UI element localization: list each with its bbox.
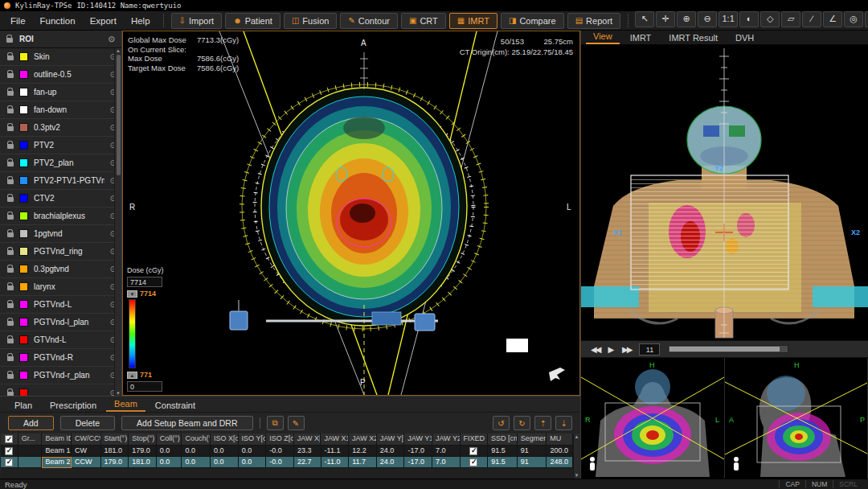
beam-eye-viewport[interactable]: Y2 X1 X2	[581, 45, 868, 340]
sagittal-dose-view[interactable]: H A P	[725, 358, 868, 479]
lock-icon[interactable]	[7, 215, 14, 220]
beam-cell[interactable]: 24.0	[377, 446, 405, 457]
beam-cell[interactable]: 0.0	[182, 457, 211, 468]
roi-header[interactable]: ROI ⊙	[0, 31, 121, 48]
beam-cell[interactable]: 91.5	[488, 446, 518, 457]
move-down-button[interactable]: ⇣	[555, 416, 572, 430]
dose-low-marker-icon[interactable]: ▲	[127, 372, 137, 379]
lock-icon[interactable]	[7, 286, 14, 290]
beam-cell[interactable]: 12.2	[349, 446, 377, 457]
roi-item[interactable]: PGTVnd-l_plan⊙	[0, 314, 121, 331]
cube-3d-tool[interactable]: ◇	[760, 11, 780, 27]
roi-item[interactable]: PGTVnd_ring⊙	[0, 243, 121, 261]
tab-constraint[interactable]: Constraint	[147, 399, 203, 412]
roi-item[interactable]: Skin⊙	[0, 48, 121, 66]
scroll-down-icon[interactable]: ▼	[575, 473, 579, 478]
step-back-button[interactable]: ◀◀	[591, 345, 600, 354]
beam-cell[interactable]	[18, 446, 43, 457]
beam-cell[interactable]: 0.0	[211, 457, 239, 468]
beam-cell[interactable]: -11.1	[321, 446, 350, 457]
axial-dose-viewport[interactable]: A R L P Global Max Dose 7713.3(cGy) On C…	[122, 31, 580, 396]
add-setup-beam-drr-button[interactable]: Add Setup Beam and DRR	[121, 416, 253, 430]
patient-module-button[interactable]: ☻Patient	[225, 13, 280, 29]
beam-cell[interactable]: 248.0	[547, 457, 573, 468]
ruler-tool[interactable]: ∕	[802, 11, 821, 27]
beam-cell[interactable]: 181.0	[129, 457, 157, 468]
tab-beam[interactable]: Beam	[106, 397, 145, 412]
scroll-up-icon[interactable]: ▲	[575, 434, 579, 439]
lock-icon[interactable]	[7, 55, 14, 60]
lock-icon[interactable]	[7, 126, 14, 131]
point-profile-tool[interactable]: ▱	[781, 11, 800, 27]
checkbox-icon[interactable]	[5, 447, 13, 455]
lock-icon[interactable]	[7, 144, 14, 149]
roi-item[interactable]: outline-0.5⊙	[0, 66, 121, 84]
tab-view[interactable]: View	[586, 30, 620, 44]
beam-table-row[interactable]: Beam 1CW181.0179.00.00.00.00.0-0.023.3-1…	[1, 446, 573, 457]
compare-module-button[interactable]: ◨Compare	[501, 13, 564, 29]
roi-item[interactable]: larynx⊙	[0, 278, 121, 296]
lock-icon[interactable]	[7, 197, 14, 202]
scroll-up-icon[interactable]: ▲	[116, 48, 121, 53]
roi-item[interactable]: brachialplexus⊙	[0, 208, 121, 225]
copy-beam-button[interactable]: ⧉	[267, 416, 284, 430]
select-all-checkbox[interactable]	[1, 434, 18, 446]
contour-module-button[interactable]: ✎Contour	[340, 13, 398, 29]
beam-cell[interactable]: 23.3	[294, 446, 321, 457]
roi-item[interactable]: PGTVnd-L⊙	[0, 296, 121, 314]
roi-item[interactable]: PGTVnd-r_plan⊙	[0, 367, 121, 384]
step-forward-button[interactable]: ▶▶	[622, 345, 631, 354]
beam-cell[interactable]: 181.0	[101, 446, 129, 457]
delete-beam-button[interactable]: Delete	[60, 416, 115, 430]
roi-item[interactable]: 1pgtvnd⊙	[0, 225, 121, 243]
beam-cell[interactable]: 0.0	[182, 446, 211, 457]
tab-imrt-result[interactable]: IMRT Result	[661, 31, 725, 44]
beam-cell[interactable]: -17.0	[404, 446, 432, 457]
lock-icon[interactable]	[7, 179, 14, 184]
lock-icon[interactable]	[7, 356, 14, 361]
beam-cell[interactable]: 0.0	[211, 446, 239, 457]
beam-cell[interactable]: Beam 2	[42, 457, 72, 468]
fixed-checkbox-icon[interactable]	[469, 458, 477, 466]
lock-icon[interactable]	[6, 38, 13, 43]
rotate-cw-button[interactable]: ↻	[514, 416, 530, 430]
beam-cell[interactable]: 91	[518, 446, 547, 457]
segment-progress-bar[interactable]	[668, 345, 788, 353]
roi-item[interactable]: ⊙	[0, 384, 121, 396]
one-to-one-tool[interactable]: 1:1	[719, 11, 738, 27]
zoom-in-tool[interactable]: ⊕	[677, 11, 696, 27]
pan-tool[interactable]: ✛	[656, 11, 675, 27]
lock-icon[interactable]	[7, 250, 14, 255]
dose-max-marker-icon[interactable]: ▼	[127, 290, 137, 298]
beam-cell[interactable]: 91	[518, 457, 547, 468]
roi-item[interactable]: PTV2⊙	[0, 137, 121, 154]
beam-cell[interactable]: 11.7	[349, 457, 377, 468]
roi-scrollbar[interactable]: ▲ ▼	[114, 48, 121, 396]
beam-cell[interactable]	[461, 446, 489, 457]
beam-cell[interactable]: 200.0	[547, 446, 573, 457]
dose-min-input[interactable]: 0	[127, 381, 162, 392]
gantry-tool[interactable]: ◎	[844, 11, 863, 27]
beam-cell[interactable]: Beam 1	[42, 446, 72, 457]
add-beam-button[interactable]: Add	[8, 416, 54, 430]
checkbox-icon[interactable]	[5, 435, 13, 443]
beam-cell[interactable]: CCW	[72, 457, 101, 468]
eye-icon[interactable]: ⊙	[108, 35, 115, 43]
roi-item[interactable]: fan-up⊙	[0, 84, 121, 101]
beam-cell[interactable]	[461, 457, 489, 468]
lock-icon[interactable]	[7, 162, 14, 166]
roi-item[interactable]: fan-down⊙	[0, 101, 121, 119]
coronal-dose-view[interactable]: H R L	[581, 358, 725, 479]
beam-cell[interactable]: 0.0	[239, 446, 267, 457]
beam-cell[interactable]: 179.0	[101, 457, 129, 468]
report-module-button[interactable]: ▤Report	[567, 13, 620, 29]
dose-colorbar[interactable]	[129, 299, 136, 368]
tab-plan[interactable]: Plan	[6, 399, 40, 412]
roi-item[interactable]: PGTVnd-R⊙	[0, 349, 121, 367]
menu-export[interactable]: Export	[83, 14, 124, 28]
lock-icon[interactable]	[7, 109, 14, 113]
checkbox-icon[interactable]	[5, 458, 13, 466]
beam-cell[interactable]: 24.0	[377, 457, 405, 468]
lock-icon[interactable]	[7, 321, 14, 326]
beam-cell[interactable]: 0.0	[239, 457, 267, 468]
